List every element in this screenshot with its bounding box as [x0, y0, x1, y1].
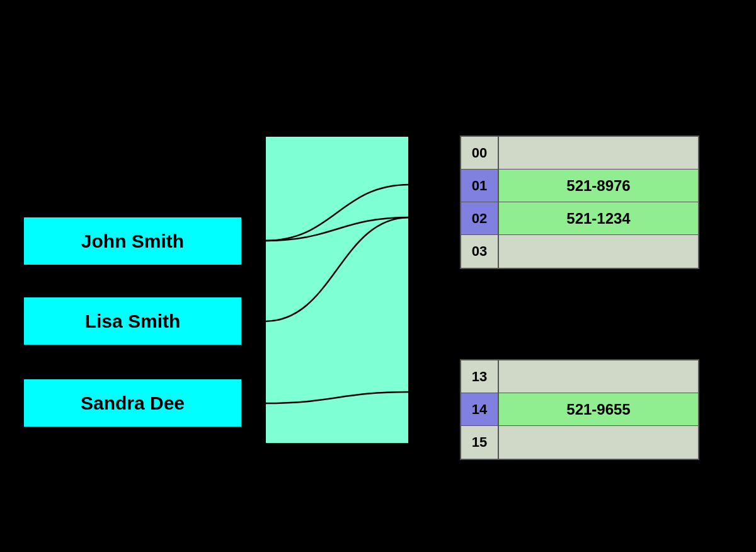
table-row: 03: [461, 235, 698, 268]
table-row: 02 521-1234: [461, 202, 698, 235]
row-value-03: [499, 235, 698, 268]
table-row: 13: [461, 360, 698, 393]
person-lisa-label: Lisa Smith: [85, 311, 181, 332]
row-index-14: 14: [461, 393, 499, 425]
row-index-01: 01: [461, 170, 499, 202]
table-row: 14 521-9655: [461, 393, 698, 426]
person-john-smith: John Smith: [23, 216, 243, 266]
row-index-13: 13: [461, 360, 499, 393]
row-index-00: 00: [461, 137, 499, 169]
table-row: 01 521-8976: [461, 170, 698, 202]
row-value-00: [499, 137, 698, 169]
row-value-14: 521-9655: [499, 393, 698, 425]
row-value-02: 521-1234: [499, 202, 698, 234]
person-lisa-smith: Lisa Smith: [23, 296, 243, 346]
person-sandra-dee: Sandra Dee: [23, 378, 243, 428]
row-index-02: 02: [461, 202, 499, 234]
table-row: 15: [461, 426, 698, 459]
row-value-13: [499, 360, 698, 393]
row-value-15: [499, 426, 698, 459]
person-john-label: John Smith: [81, 231, 184, 252]
hash-table: [265, 135, 410, 444]
phone-table-top: 00 01 521-8976 02 521-1234 03: [460, 135, 699, 269]
row-index-03: 03: [461, 235, 499, 268]
person-sandra-label: Sandra Dee: [81, 393, 185, 414]
table-row: 00: [461, 137, 698, 170]
phone-table-bottom: 13 14 521-9655 15: [460, 359, 699, 460]
row-index-15: 15: [461, 426, 499, 459]
row-value-01: 521-8976: [499, 170, 698, 202]
diagram-container: John Smith Lisa Smith Sandra Dee 00 01 5…: [0, 0, 756, 552]
